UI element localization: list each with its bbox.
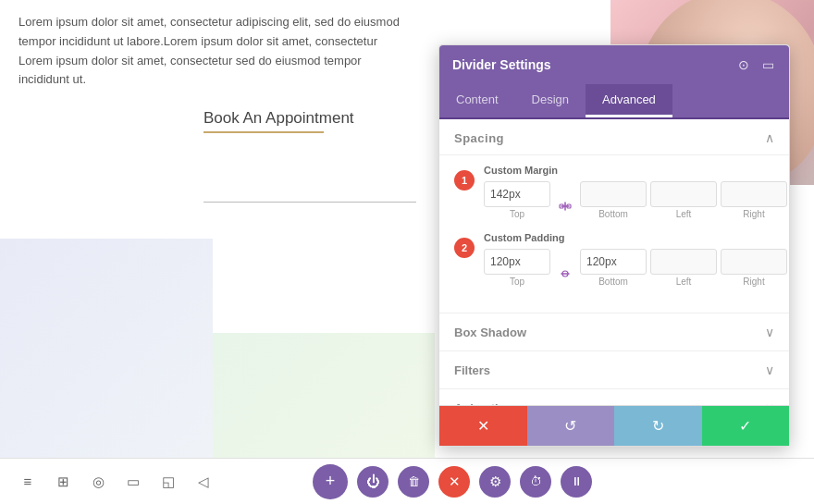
appointment-underline <box>204 131 324 133</box>
padding-left-group: Left <box>650 249 717 287</box>
toolbar-mobile-icon[interactable]: ◁ <box>191 469 216 495</box>
save-button[interactable]: ✓ <box>702 406 790 446</box>
filters-section[interactable]: Filters ∨ <box>439 350 789 388</box>
padding-right-group: Right <box>721 249 787 287</box>
margin-top-group: Top <box>484 181 550 219</box>
padding-bottom-group: Bottom <box>580 249 647 287</box>
toolbar-center: + ⏻ 🗑 ✕ ⚙ ⏱ ⏸ <box>313 464 592 499</box>
padding-inputs-row: Top Bottom <box>484 249 789 287</box>
padding-top-group: Top <box>484 249 550 287</box>
spacing-title: Spacing <box>454 131 504 145</box>
redo-icon: ↻ <box>652 417 664 435</box>
padding-bottom-input[interactable] <box>580 249 647 275</box>
box-shadow-chevron: ∨ <box>765 325 774 339</box>
panel-title: Divider Settings <box>452 57 551 72</box>
toolbar-left: ≡ ⊞ ◎ ▭ ◱ ◁ <box>15 469 216 495</box>
margin-left-input[interactable] <box>650 181 717 207</box>
margin-bottom-label: Bottom <box>598 209 628 219</box>
appointment-section: Book An Appointment <box>204 109 354 133</box>
tab-advanced[interactable]: Advanced <box>586 84 672 117</box>
panel-body: Spacing ∧ 1 Custom Margin Top <box>439 119 789 405</box>
toolbar-search-icon[interactable]: ◎ <box>85 469 111 495</box>
padding-right-label: Right <box>743 277 764 287</box>
toolbar-tablet-icon[interactable]: ◱ <box>155 469 181 495</box>
spacing-section-header: Spacing ∧ <box>439 119 789 155</box>
cancel-icon: ✕ <box>477 417 489 435</box>
padding-right-input[interactable] <box>721 249 787 275</box>
reset-icon: ↺ <box>564 417 576 435</box>
toolbar-menu-icon[interactable]: ≡ <box>15 469 41 495</box>
box-shadow-section[interactable]: Box Shadow ∨ <box>439 313 789 350</box>
tab-content[interactable]: Content <box>439 84 515 117</box>
toolbar-grid-icon[interactable]: ⊞ <box>50 469 76 495</box>
content-divider <box>204 202 416 203</box>
margin-right-group: Right <box>721 181 787 219</box>
panel-expand-icon[interactable]: ▭ <box>759 56 776 73</box>
trash-button[interactable]: 🗑 <box>398 466 429 498</box>
padding-link-icon <box>554 261 576 287</box>
margin-top-input[interactable] <box>484 181 550 207</box>
padding-left-input[interactable] <box>650 249 717 275</box>
margin-bottom-input[interactable] <box>580 181 647 207</box>
toolbar-desktop-icon[interactable]: ▭ <box>120 469 146 495</box>
margin-top-label: Top <box>510 209 524 219</box>
spacing-content: 1 Custom Margin Top <box>439 155 789 313</box>
save-icon: ✓ <box>739 417 751 435</box>
padding-label: Custom Padding <box>484 232 789 243</box>
margin-badge: 1 <box>454 170 475 191</box>
bottom-toolbar: ≡ ⊞ ◎ ▭ ◱ ◁ + ⏻ 🗑 ✕ ⚙ ⏱ ⏸ <box>0 458 814 504</box>
padding-top-input[interactable] <box>484 249 550 275</box>
timer-button[interactable]: ⏱ <box>520 466 551 498</box>
panel-actions: ✕ ↺ ↻ ✓ <box>439 405 789 446</box>
panel-header-icons: ⊙ ▭ <box>735 56 776 73</box>
custom-padding-group: 2 Custom Padding Top <box>454 232 774 287</box>
close-button[interactable]: ✕ <box>438 466 470 498</box>
panel-header: Divider Settings ⊙ ▭ <box>439 45 789 84</box>
margin-left-group: Left <box>650 181 717 219</box>
appointment-title: Book An Appointment <box>204 109 354 128</box>
padding-badge: 2 <box>454 238 475 258</box>
filters-title: Filters <box>454 363 490 377</box>
settings-button[interactable]: ⚙ <box>479 466 511 498</box>
padding-left-label: Left <box>676 277 692 287</box>
spacing-collapse-icon[interactable]: ∧ <box>765 130 774 145</box>
panel-tabs: Content Design Advanced <box>439 84 789 119</box>
margin-bottom-group: Bottom <box>580 181 647 219</box>
pause-button[interactable]: ⏸ <box>561 466 592 498</box>
padding-bottom-label: Bottom <box>598 277 628 287</box>
margin-left-label: Left <box>676 209 692 219</box>
redo-button[interactable]: ↻ <box>614 406 702 446</box>
margin-link-icon <box>554 193 576 219</box>
filters-chevron: ∨ <box>765 363 774 377</box>
settings-panel: Divider Settings ⊙ ▭ Content Design Adva… <box>438 44 790 447</box>
margin-label: Custom Margin <box>484 165 789 176</box>
add-button[interactable]: + <box>313 464 348 499</box>
tab-design[interactable]: Design <box>515 84 586 117</box>
animation-section[interactable]: Animation ∨ <box>439 388 789 405</box>
body-text: Lorem ipsum dolor sit amet, consectetur … <box>18 13 407 90</box>
box-shadow-title: Box Shadow <box>454 326 526 339</box>
margin-field-block: Custom Margin Top <box>484 165 789 219</box>
cancel-button[interactable]: ✕ <box>439 406 527 446</box>
margin-right-input[interactable] <box>721 181 787 207</box>
reset-button[interactable]: ↺ <box>527 406 615 446</box>
padding-top-label: Top <box>510 277 524 287</box>
padding-field-block: Custom Padding Top <box>484 232 789 287</box>
margin-inputs-row: Top Bottom <box>484 181 789 219</box>
panel-settings-icon[interactable]: ⊙ <box>735 56 752 73</box>
power-button[interactable]: ⏻ <box>357 466 388 498</box>
margin-right-label: Right <box>743 209 764 219</box>
custom-margin-group: 1 Custom Margin Top <box>454 165 774 219</box>
page-text-area: Lorem ipsum dolor sit amet, consectetur … <box>0 0 426 103</box>
